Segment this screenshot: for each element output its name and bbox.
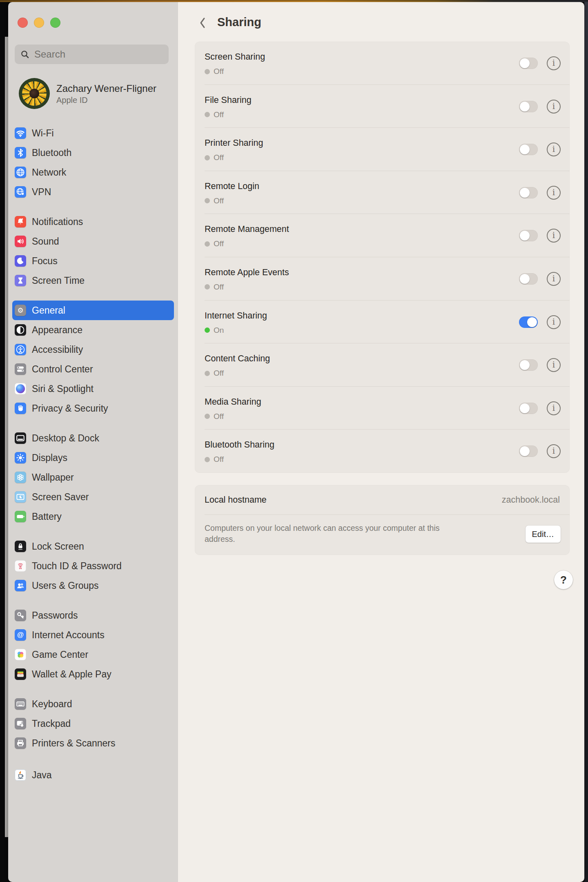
- wallet-icon: [15, 668, 26, 680]
- sidebar-item-label: Network: [32, 167, 66, 178]
- sidebar-item-touchid[interactable]: Touch ID & Password: [12, 556, 174, 576]
- java-icon: [15, 769, 26, 781]
- status-dot: [205, 198, 210, 203]
- search-input[interactable]: [33, 48, 158, 60]
- sidebar-item-privacy[interactable]: Privacy & Security: [12, 399, 174, 418]
- sidebar-item-wallpaper[interactable]: Wallpaper: [12, 468, 174, 487]
- profile-subtitle: Apple ID: [56, 96, 156, 105]
- vpn-icon: [15, 186, 26, 198]
- notifications-icon: [15, 216, 26, 227]
- sidebar-item-network[interactable]: Network: [12, 163, 174, 182]
- svg-text:⚙: ⚙: [17, 306, 23, 314]
- screensaver-icon: [15, 491, 26, 503]
- sidebar-item-notifications[interactable]: Notifications: [12, 212, 174, 232]
- sidebar-item-internetaccounts[interactable]: @Internet Accounts: [12, 625, 174, 645]
- sidebar-item-general[interactable]: ⚙General: [12, 301, 174, 320]
- trackpad-icon: [15, 718, 26, 729]
- avatar: [19, 78, 50, 109]
- sidebar-item-java[interactable]: Java: [12, 765, 174, 785]
- info-button[interactable]: i: [547, 100, 561, 114]
- status-text: Off: [214, 67, 224, 76]
- service-name: Internet Sharing: [205, 311, 570, 321]
- sidebar-item-keyboard[interactable]: Keyboard: [12, 694, 174, 714]
- sidebar-item-wifi[interactable]: Wi-Fi: [12, 123, 174, 143]
- sidebar-item-gamecenter[interactable]: Game Center: [12, 645, 174, 664]
- info-button[interactable]: i: [547, 401, 561, 415]
- sidebar-item-printers[interactable]: Printers & Scanners: [12, 733, 174, 753]
- service-status: On: [205, 326, 570, 335]
- sidebar-item-accessibility[interactable]: Accessibility: [12, 340, 174, 359]
- service-toggle[interactable]: [519, 144, 538, 155]
- sidebar-item-screensaver[interactable]: Screen Saver: [12, 487, 174, 507]
- passwords-icon: [15, 610, 26, 621]
- search-field[interactable]: [15, 45, 169, 64]
- back-button[interactable]: [196, 16, 209, 30]
- sidebar-item-label: Lock Screen: [32, 541, 84, 552]
- service-toggle[interactable]: [519, 101, 538, 112]
- sidebar-item-controlcenter[interactable]: Control Center: [12, 359, 174, 379]
- service-name: Bluetooth Sharing: [205, 440, 570, 450]
- info-button[interactable]: i: [547, 56, 561, 70]
- sidebar-item-lockscreen[interactable]: Lock Screen: [12, 537, 174, 556]
- info-icon: i: [552, 145, 555, 153]
- zoom-button[interactable]: [50, 18, 60, 28]
- sidebar-item-battery[interactable]: Battery: [12, 507, 174, 526]
- internetaccounts-icon: @: [15, 629, 26, 641]
- help-button[interactable]: ?: [554, 570, 573, 589]
- sidebar-item-wallet[interactable]: Wallet & Apple Pay: [12, 664, 174, 684]
- close-button[interactable]: [18, 18, 28, 28]
- info-icon: i: [552, 188, 555, 196]
- service-toggle[interactable]: [519, 187, 538, 198]
- sidebar-item-desktopdock[interactable]: Desktop & Dock: [12, 428, 174, 448]
- sidebar-item-trackpad[interactable]: Trackpad: [12, 714, 174, 733]
- page-title: Sharing: [217, 16, 261, 29]
- sidebar-item-bluetooth[interactable]: Bluetooth: [12, 143, 174, 163]
- toggle-knob: [520, 145, 530, 154]
- sidebar-item-label: Privacy & Security: [32, 403, 108, 414]
- desktop-top-strip: [0, 0, 588, 2]
- sidebar-group: Wi-FiBluetoothNetworkVPN: [8, 123, 178, 202]
- sidebar-item-appearance[interactable]: Appearance: [12, 320, 174, 340]
- service-status: Off: [205, 110, 570, 119]
- service-toggle[interactable]: [519, 359, 538, 371]
- sidebar-item-passwords[interactable]: Passwords: [12, 606, 174, 625]
- info-button[interactable]: i: [547, 186, 561, 200]
- info-button[interactable]: i: [547, 358, 561, 372]
- sharing-row-remote-login: Remote Login Off i: [195, 171, 570, 214]
- sidebar-item-label: Screen Time: [32, 275, 85, 286]
- info-button[interactable]: i: [547, 272, 561, 286]
- sidebar-item-screentime[interactable]: Screen Time: [12, 271, 174, 290]
- sharing-services-card: Screen Sharing Off iFile Sharing Off iPr…: [195, 42, 570, 473]
- sidebar-item-siri[interactable]: Siri & Spotlight: [12, 379, 174, 399]
- minimize-button[interactable]: [34, 18, 44, 28]
- toggle-knob: [520, 446, 530, 456]
- edit-hostname-button[interactable]: Edit…: [526, 526, 561, 543]
- sidebar-item-label: Accessibility: [32, 344, 83, 355]
- service-toggle[interactable]: [519, 403, 538, 414]
- service-toggle[interactable]: [519, 445, 538, 457]
- info-button[interactable]: i: [547, 143, 561, 156]
- bluetooth-icon: [15, 147, 26, 158]
- sharing-row-printer-sharing: Printer Sharing Off i: [195, 128, 570, 171]
- gamecenter-icon: [15, 649, 26, 660]
- local-hostname-value: zachbook.local: [502, 495, 560, 505]
- sidebar-item-displays[interactable]: Displays: [12, 448, 174, 468]
- sidebar-item-sound[interactable]: Sound: [12, 232, 174, 251]
- sidebar-item-label: Displays: [32, 452, 67, 463]
- sidebar-item-vpn[interactable]: VPN: [12, 182, 174, 202]
- network-icon: [15, 167, 26, 178]
- info-icon: i: [552, 59, 555, 67]
- service-toggle[interactable]: [519, 316, 538, 328]
- service-toggle[interactable]: [519, 273, 538, 285]
- apple-id-profile[interactable]: Zachary Wener-Fligner Apple ID: [19, 78, 170, 109]
- status-dot: [205, 327, 210, 333]
- info-button[interactable]: i: [547, 315, 561, 329]
- service-toggle[interactable]: [519, 58, 538, 69]
- appearance-icon: [15, 324, 26, 336]
- sidebar-item-focus[interactable]: Focus: [12, 251, 174, 271]
- sharing-row-screen-sharing: Screen Sharing Off i: [195, 42, 570, 85]
- sidebar-item-users[interactable]: Users & Groups: [12, 576, 174, 595]
- displays-icon: [15, 452, 26, 463]
- status-dot: [205, 112, 210, 117]
- service-toggle[interactable]: [519, 230, 538, 241]
